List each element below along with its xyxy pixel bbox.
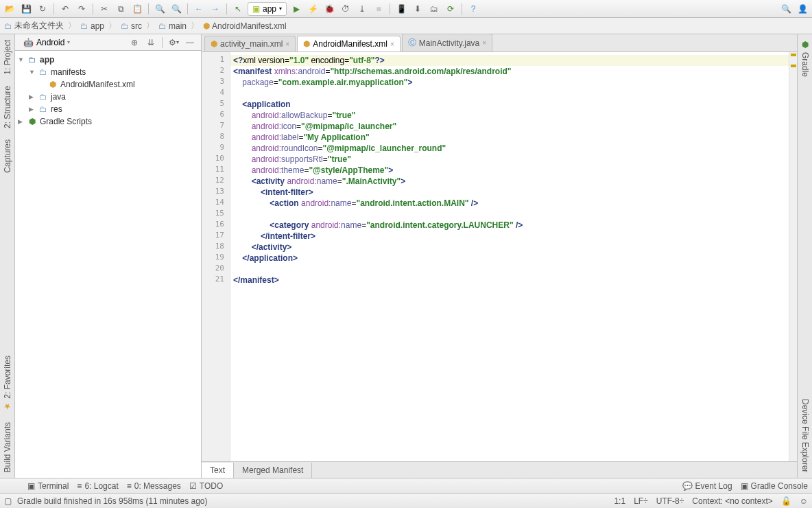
editor-body[interactable]: 123456789101112131415161718192021 <?xml … [202, 52, 797, 461]
tab-structure[interactable]: 2: Structure [1, 80, 14, 134]
tab-build-variants[interactable]: Build Variants [1, 417, 14, 478]
gear-icon[interactable]: ⚙▾ [167, 36, 180, 49]
save-icon[interactable]: 💾 [19, 2, 33, 16]
attach-icon[interactable]: ⤓ [355, 2, 369, 16]
run-button[interactable]: ▶ [289, 2, 303, 16]
status-encoding[interactable]: UTF-8÷ [656, 496, 684, 506]
breadcrumb-item[interactable]: ⬢AndroidManifest.xml [200, 20, 289, 32]
code-line[interactable]: </application> [230, 253, 789, 264]
cut-icon[interactable]: ✂ [97, 2, 111, 16]
help-icon[interactable]: ? [466, 2, 480, 16]
tree-folder-java[interactable]: ▶ 🗀 java [15, 91, 201, 103]
tab-todo[interactable]: ☑TODO [189, 481, 223, 491]
status-line-sep[interactable]: LF÷ [634, 496, 648, 506]
code-line[interactable]: android:theme="@style/AppTheme"> [230, 165, 789, 176]
tree-folder-res[interactable]: ▶ 🗀 res [15, 103, 201, 115]
replace-icon[interactable]: 🔍 [169, 2, 183, 16]
code-line[interactable]: </intent-filter> [230, 231, 789, 242]
sdk-icon[interactable]: ⬇ [411, 2, 425, 16]
code-line[interactable] [230, 209, 789, 220]
close-icon[interactable]: × [390, 41, 394, 48]
status-toggle-icon[interactable]: ▢ [4, 496, 12, 506]
copy-icon[interactable]: ⧉ [114, 2, 128, 16]
code-line[interactable]: android:icon="@mipmap/ic_launcher" [230, 121, 789, 132]
apply-changes-icon[interactable]: ⚡ [306, 2, 320, 16]
debug-icon[interactable]: 🐞 [322, 2, 336, 16]
tree-file-manifest[interactable]: ⬢ AndroidManifest.xml [15, 78, 201, 91]
tree-gradle-scripts[interactable]: ▶ ⬢ Gradle Scripts [15, 115, 201, 128]
avd-icon[interactable]: 📱 [394, 2, 408, 16]
code-line[interactable]: <intent-filter> [230, 187, 789, 198]
code-line[interactable]: android:label="My Application" [230, 132, 789, 143]
breadcrumb-item[interactable]: 🗀src [118, 20, 145, 32]
code-line[interactable]: <manifest xmlns:android="http://schemas.… [230, 66, 789, 77]
tab-logcat[interactable]: ≡6: Logcat [77, 481, 118, 491]
line-number: 9 [202, 143, 230, 154]
tab-gradle[interactable]: ⬢Gradle [799, 34, 811, 82]
close-icon[interactable]: × [285, 41, 289, 48]
stop-icon[interactable]: ■ [372, 2, 385, 16]
search-everywhere-icon[interactable]: 🔍 [779, 2, 793, 16]
tab-mainactivity[interactable]: Ⓒ MainActivity.java × [402, 34, 492, 51]
collapse-icon[interactable]: ⇊ [144, 36, 158, 49]
status-context[interactable]: Context: <no context> [692, 496, 772, 506]
redo-icon[interactable]: ↷ [75, 2, 88, 16]
code-line[interactable]: <category android:name="android.intent.c… [230, 220, 789, 231]
breadcrumb-item[interactable]: 🗀未命名文件夹 [1, 19, 67, 33]
forward-icon[interactable]: → [208, 2, 222, 16]
tab-terminal[interactable]: ▣Terminal [27, 481, 69, 491]
code-line[interactable]: <?xml version="1.0" encoding="utf-8"?> [230, 55, 789, 66]
tree-root[interactable]: ▼ 🗀 app [15, 54, 201, 66]
close-icon[interactable]: × [482, 39, 486, 47]
code-line[interactable] [230, 264, 789, 275]
paste-icon[interactable]: 📋 [130, 2, 144, 16]
marker-bar[interactable] [789, 52, 797, 461]
code-line[interactable]: android:allowBackup="true" [230, 110, 789, 121]
breadcrumb-item[interactable]: 🗀main [156, 20, 189, 32]
footer-tab-merged[interactable]: Merged Manifest [234, 463, 312, 478]
status-position[interactable]: 1:1 [614, 496, 625, 506]
inspector-icon[interactable]: ☺ [800, 496, 808, 506]
tree-label: res [51, 104, 62, 114]
tab-captures[interactable]: Captures [1, 134, 14, 178]
make-icon[interactable]: ↖ [231, 2, 245, 16]
tab-device-explorer[interactable]: Device File Explorer [799, 393, 811, 478]
profile-icon[interactable]: ⏱ [339, 2, 353, 16]
open-icon[interactable]: 📂 [3, 2, 16, 16]
code-line[interactable]: android:roundIcon="@mipmap/ic_launcher_r… [230, 143, 789, 154]
run-config-select[interactable]: ▣ app ▾ [248, 2, 287, 16]
tab-favorites[interactable]: ★2: Favorites [1, 350, 14, 417]
code-line[interactable] [230, 88, 789, 99]
code-line[interactable]: <application [230, 99, 789, 110]
tab-manifest[interactable]: ⬢ AndroidManifest.xml × [297, 36, 401, 51]
project-structure-icon[interactable]: 🗂 [427, 2, 441, 16]
code-line[interactable]: <action android:name="android.intent.act… [230, 198, 789, 209]
tab-gradle-console[interactable]: ▣Gradle Console [741, 481, 808, 491]
footer-tab-text[interactable]: Text [202, 463, 234, 478]
lock-icon[interactable]: 🔓 [781, 496, 791, 506]
code-line[interactable]: <activity android:name=".MainActivity"> [230, 176, 789, 187]
code-editor[interactable]: <?xml version="1.0" encoding="utf-8"?><m… [230, 52, 789, 461]
code-line[interactable]: android:supportsRtl="true" [230, 154, 789, 165]
find-icon[interactable]: 🔍 [153, 2, 167, 16]
code-line[interactable]: package="com.example.air.myapplication"> [230, 77, 789, 88]
hide-icon[interactable]: — [183, 36, 197, 49]
back-icon[interactable]: ← [192, 2, 206, 16]
target-icon[interactable]: ⊕ [128, 36, 141, 49]
tab-event-log[interactable]: 💬Event Log [682, 481, 732, 491]
project-view-select[interactable]: 🤖 Android ▾ [19, 36, 74, 49]
user-icon[interactable]: 👤 [796, 2, 809, 16]
breadcrumb-item[interactable]: 🗀app [77, 20, 107, 32]
bottom-label: 0: Messages [134, 481, 181, 491]
tree-label: manifests [51, 67, 86, 77]
tree-folder-manifests[interactable]: ▼ 🗀 manifests [15, 66, 201, 78]
sync-icon[interactable]: ↻ [36, 2, 49, 16]
breadcrumb-label: main [169, 21, 187, 31]
undo-icon[interactable]: ↶ [58, 2, 72, 16]
code-line[interactable]: </manifest> [230, 275, 789, 286]
tab-project[interactable]: 1: Project [1, 34, 14, 80]
sync-gradle-icon[interactable]: ⟳ [444, 2, 457, 16]
tab-messages[interactable]: ≡0: Messages [127, 481, 181, 491]
tab-activity-main[interactable]: ⬢ activity_main.xml × [204, 36, 296, 51]
code-line[interactable]: </activity> [230, 242, 789, 253]
